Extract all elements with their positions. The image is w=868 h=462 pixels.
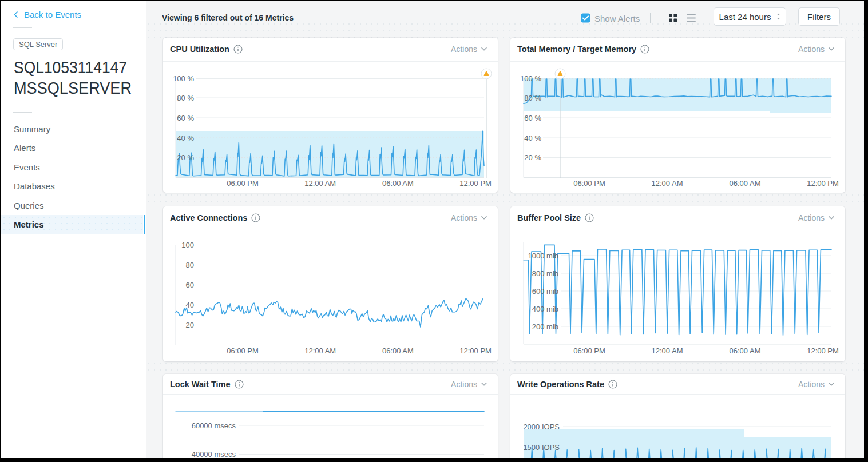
svg-text:40000 msecs: 40000 msecs xyxy=(192,450,236,458)
svg-text:1500 IOPS: 1500 IOPS xyxy=(523,443,560,452)
svg-text:1000 mib: 1000 mib xyxy=(528,252,558,260)
svg-text:80 %: 80 % xyxy=(524,94,541,102)
svg-text:06:00 AM: 06:00 AM xyxy=(382,346,414,355)
svg-text:60 %: 60 % xyxy=(524,114,541,122)
svg-text:40 %: 40 % xyxy=(177,134,194,142)
svg-text:12:00 AM: 12:00 AM xyxy=(304,179,336,188)
svg-text:06:00 PM: 06:00 PM xyxy=(573,346,605,355)
svg-text:20: 20 xyxy=(186,321,194,329)
svg-text:400 mib: 400 mib xyxy=(532,305,558,313)
svg-text:06:00 PM: 06:00 PM xyxy=(573,179,605,188)
svg-text:60: 60 xyxy=(186,281,194,289)
svg-text:12:00 PM: 12:00 PM xyxy=(459,346,492,355)
svg-text:20 %: 20 % xyxy=(177,153,194,162)
svg-text:100 %: 100 % xyxy=(520,74,541,83)
svg-text:12:00 AM: 12:00 AM xyxy=(652,179,683,188)
svg-text:80: 80 xyxy=(186,261,194,269)
svg-text:40 %: 40 % xyxy=(524,134,541,142)
svg-text:800 mib: 800 mib xyxy=(532,269,558,278)
svg-text:12:00 AM: 12:00 AM xyxy=(304,346,336,355)
svg-text:100 %: 100 % xyxy=(173,74,194,83)
svg-text:12:00 PM: 12:00 PM xyxy=(807,179,839,188)
svg-text:SQL1053114147: SQL1053114147 xyxy=(14,58,127,77)
svg-text:40: 40 xyxy=(186,301,194,309)
svg-text:06:00 PM: 06:00 PM xyxy=(227,179,259,188)
svg-text:12:00 PM: 12:00 PM xyxy=(459,179,492,188)
svg-text:06:00 PM: 06:00 PM xyxy=(227,346,259,355)
svg-text:06:00 AM: 06:00 AM xyxy=(730,179,761,188)
svg-text:600 mib: 600 mib xyxy=(532,287,558,296)
svg-text:100: 100 xyxy=(181,241,194,249)
svg-text:12:00 AM: 12:00 AM xyxy=(652,346,683,355)
svg-text:60 %: 60 % xyxy=(177,114,194,122)
svg-text:60000 msecs: 60000 msecs xyxy=(192,421,236,430)
svg-text:2000 IOPS: 2000 IOPS xyxy=(523,423,560,431)
svg-text:200 mib: 200 mib xyxy=(532,322,558,331)
svg-text:20 %: 20 % xyxy=(524,153,541,162)
svg-text:80 %: 80 % xyxy=(177,94,194,102)
svg-text:06:00 AM: 06:00 AM xyxy=(730,346,761,355)
svg-text:12:00 PM: 12:00 PM xyxy=(807,346,839,355)
svg-text:MSSQLSERVER: MSSQLSERVER xyxy=(14,78,132,97)
svg-text:06:00 AM: 06:00 AM xyxy=(382,179,414,188)
